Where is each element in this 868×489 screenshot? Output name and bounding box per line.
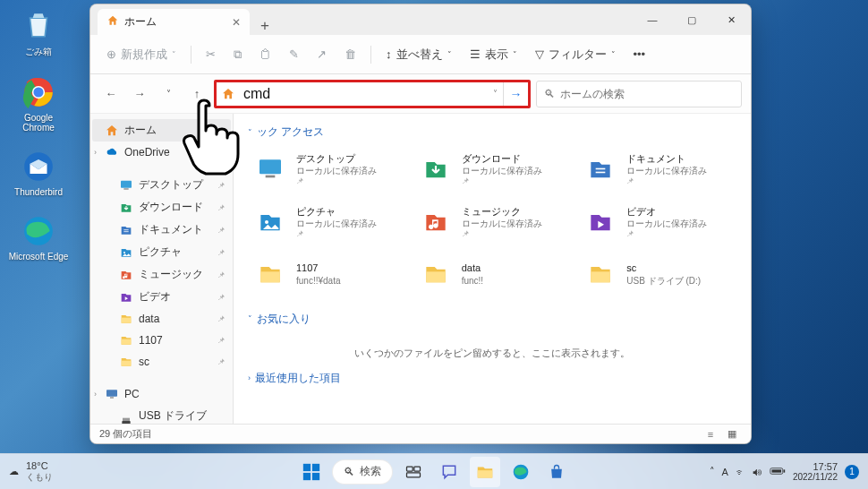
sidebar-item-label: デスクトップ: [139, 177, 203, 193]
status-item-count: 29 個の項目: [99, 427, 152, 441]
sidebar-item-pc[interactable]: ›PC: [92, 383, 231, 405]
documents-icon: [119, 223, 133, 237]
quick-access-item[interactable]: ミュージックローカルに保存済み📌︎: [413, 202, 572, 244]
address-go-button[interactable]: →: [503, 82, 528, 106]
section-quick-access[interactable]: ˅ック アクセス: [248, 124, 736, 140]
close-button[interactable]: ✕: [711, 4, 751, 35]
sidebar-item-label: data: [139, 313, 159, 325]
svg-rect-30: [414, 467, 421, 471]
taskbar-search[interactable]: 🔍︎検索: [332, 459, 393, 485]
taskbar-volume-icon[interactable]: 🔊︎: [753, 467, 762, 477]
address-bar[interactable]: ˅ →: [214, 80, 531, 108]
svg-rect-7: [123, 229, 128, 230]
desktop-icon-thunderbird[interactable]: Thunderbird: [7, 149, 70, 197]
sidebar-item-folder[interactable]: data📌︎: [92, 308, 231, 330]
svg-rect-13: [106, 390, 117, 396]
taskbar-clock[interactable]: 17:57 2022/11/22: [793, 461, 838, 482]
pin-icon: 📌︎: [217, 203, 226, 212]
close-tab-icon[interactable]: ✕: [232, 16, 241, 29]
taskbar-explorer[interactable]: [470, 457, 500, 487]
taskbar-weather[interactable]: ☁ 18°C くもり: [9, 460, 53, 484]
view-details-button[interactable]: ≡: [701, 426, 720, 442]
chevron-right-icon[interactable]: ›: [94, 390, 103, 399]
tab-home[interactable]: ホーム ✕: [98, 9, 250, 35]
filter-button[interactable]: ▽フィルター˅: [528, 41, 623, 68]
minimize-button[interactable]: —: [633, 4, 672, 35]
tab-bar: ホーム ✕ + — ▢ ✕: [90, 4, 751, 35]
nav-forward-button[interactable]: →: [128, 82, 151, 106]
svg-point-21: [265, 220, 268, 224]
desktop-icon-microsoft-edge[interactable]: Microsoft Edge: [7, 213, 70, 262]
folder-icon: [417, 258, 455, 290]
quick-access-item[interactable]: ピクチャローカルに保存済み📌︎: [248, 202, 406, 244]
sidebar-item-folder[interactable]: 1107📌︎: [92, 330, 231, 351]
quick-access-item[interactable]: datafunc!!: [413, 254, 572, 294]
sidebar-item-documents[interactable]: ドキュメント📌︎: [92, 219, 231, 241]
favorites-empty-text: いくつかのファイルをピン留めすると、ここに表示されます。: [248, 336, 736, 371]
sidebar-item-home[interactable]: ホーム: [92, 119, 231, 142]
quick-access-item[interactable]: ダウンロードローカルに保存済み📌︎: [413, 149, 572, 191]
svg-rect-20: [596, 172, 606, 174]
nav-back-button[interactable]: ←: [99, 82, 123, 106]
folder-icon: [119, 333, 133, 347]
share-button: ↗: [310, 42, 334, 66]
sort-button[interactable]: ↕並べ替え˅: [379, 41, 459, 68]
address-dropdown-icon[interactable]: ˅: [488, 89, 503, 99]
taskbar-battery-icon[interactable]: [770, 466, 786, 478]
pin-icon: 📌︎: [217, 270, 226, 279]
more-button[interactable]: •••: [626, 42, 653, 66]
sidebar-item-desktop[interactable]: デスクトップ📌︎: [92, 174, 231, 196]
chevron-right-icon: ›: [248, 373, 251, 382]
taskbar-chevron-up-icon[interactable]: ˄: [710, 466, 715, 477]
taskbar-notifications[interactable]: 1: [845, 465, 859, 479]
quick-access-item[interactable]: scUSB ドライブ (D:): [578, 254, 736, 294]
nav-up-button[interactable]: ↑: [185, 82, 208, 106]
sidebar-item-onedrive[interactable]: ›OneDrive: [92, 142, 231, 163]
svg-rect-36: [771, 469, 781, 472]
search-input[interactable]: [560, 88, 734, 100]
quick-access-item[interactable]: 1107func!!¥data: [248, 254, 406, 294]
desktop-icon-google-chrome[interactable]: Google Chrome: [7, 74, 70, 133]
task-view-button[interactable]: [398, 457, 429, 487]
taskbar-chat[interactable]: [434, 457, 464, 487]
taskbar-ime[interactable]: A: [722, 467, 728, 477]
svg-point-9: [123, 252, 125, 253]
sidebar-item-videos[interactable]: ビデオ📌︎: [92, 286, 231, 308]
maximize-button[interactable]: ▢: [672, 4, 711, 35]
section-favorites[interactable]: ˅お気に入り: [248, 312, 736, 327]
section-recent[interactable]: ›最近使用した項目: [248, 371, 736, 386]
sidebar-item-downloads[interactable]: ダウンロード📌︎: [92, 196, 231, 219]
taskbar-edge[interactable]: [506, 457, 536, 487]
new-tab-button[interactable]: +: [250, 17, 280, 35]
view-grid-button[interactable]: ▦: [722, 426, 742, 442]
start-button[interactable]: [296, 457, 327, 487]
svg-point-2: [33, 87, 43, 97]
item-title: デスクトップ: [296, 152, 377, 165]
quick-access-item[interactable]: デスクトップローカルに保存済み📌︎: [248, 149, 406, 191]
address-input[interactable]: [240, 84, 488, 104]
taskbar-network-icon[interactable]: ᯤ: [736, 467, 745, 477]
new-item-button[interactable]: ⊕新規作成˅: [99, 41, 183, 68]
sidebar-item-pictures[interactable]: ピクチャ📌︎: [92, 241, 231, 263]
quick-access-item[interactable]: ドキュメントローカルに保存済み📌︎: [578, 149, 736, 191]
nav-recent-button[interactable]: ˅: [157, 82, 180, 106]
desktop-icon-recycle-bin[interactable]: ごみ箱: [7, 7, 70, 58]
search-box[interactable]: 🔍︎: [536, 81, 742, 107]
view-button[interactable]: ☰表示˅: [463, 41, 524, 68]
sidebar-item-folder[interactable]: sc📌︎: [92, 351, 231, 373]
sidebar-item-music[interactable]: ミュージック📌︎: [92, 263, 231, 286]
delete-icon: 🗑︎: [345, 47, 356, 61]
item-title: data: [462, 262, 483, 274]
sidebar-item-usb[interactable]: USB ドライブ (D:): [92, 405, 231, 424]
svg-rect-12: [122, 361, 132, 366]
home-icon: [106, 14, 119, 30]
taskbar-store[interactable]: [541, 457, 572, 487]
taskbar-weather-label: くもり: [26, 471, 53, 484]
weather-icon: ☁: [9, 466, 19, 477]
quick-access-item[interactable]: ビデオローカルに保存済み📌︎: [578, 202, 736, 244]
search-icon: 🔍︎: [544, 88, 555, 100]
chevron-right-icon[interactable]: ›: [94, 148, 103, 157]
rename-icon: ✎: [289, 47, 299, 61]
pin-icon: 📌︎: [626, 229, 707, 240]
item-subtitle: ローカルに保存済み: [462, 165, 542, 176]
